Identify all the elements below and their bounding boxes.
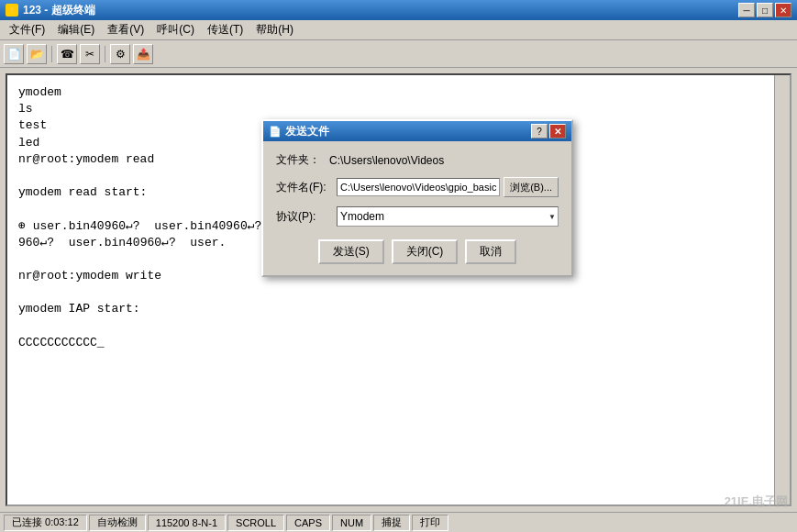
- status-capture: 捕捉: [373, 515, 410, 531]
- send-button[interactable]: 发送(S): [318, 239, 384, 264]
- folder-label: 文件夹：: [276, 152, 322, 168]
- status-detection: 自动检测: [89, 515, 146, 531]
- toolbar-sep-1: [51, 46, 52, 62]
- title-bar: ⚡ 123 - 超级终端 ─ □ ✕: [0, 0, 797, 20]
- dialog-title-bar: 📄 发送文件 ? ✕: [263, 121, 571, 141]
- dialog-action-buttons: 发送(S) 关闭(C) 取消: [276, 239, 559, 264]
- close-button[interactable]: ✕: [775, 3, 791, 17]
- status-bar: 已连接 0:03:12 自动检测 115200 8-N-1 SCROLL CAP…: [0, 512, 797, 532]
- menu-bar: 文件(F) 编辑(E) 查看(V) 呼叫(C) 传送(T) 帮助(H): [0, 20, 797, 40]
- status-print: 打印: [412, 515, 448, 531]
- toolbar: 📄 📂 ☎ ✂ ⚙ 📤: [0, 40, 797, 68]
- protocol-select[interactable]: Ymodem Xmodem Zmodem Kermit: [337, 206, 559, 227]
- dialog-title-text: 发送文件: [285, 124, 329, 139]
- maximize-button[interactable]: □: [757, 3, 773, 17]
- title-bar-left: ⚡ 123 - 超级终端: [6, 3, 95, 18]
- filename-input[interactable]: [337, 178, 500, 196]
- close-dialog-action-button[interactable]: 关闭(C): [392, 239, 459, 264]
- window-title: 123 - 超级终端: [23, 3, 95, 18]
- title-controls: ─ □ ✕: [738, 3, 791, 17]
- protocol-row: 协议(P): Ymodem Xmodem Zmodem Kermit: [276, 206, 559, 227]
- filename-row: 文件名(F): 浏览(B)...: [276, 177, 559, 197]
- dialog-controls: ? ✕: [531, 124, 566, 139]
- protocol-select-wrapper: Ymodem Xmodem Zmodem Kermit: [337, 206, 559, 227]
- toolbar-sep-2: [105, 46, 105, 62]
- status-connection: 已连接 0:03:12: [4, 515, 87, 531]
- toolbar-disconnect-btn[interactable]: ✂: [80, 44, 100, 64]
- menu-view[interactable]: 查看(V): [102, 20, 149, 39]
- browse-button[interactable]: 浏览(B)...: [504, 177, 559, 197]
- status-num: NUM: [332, 515, 371, 531]
- cancel-button[interactable]: 取消: [465, 239, 516, 264]
- status-caps: CAPS: [286, 515, 330, 531]
- watermark: 21IE.电子网: [725, 493, 788, 510]
- menu-help[interactable]: 帮助(H): [250, 20, 299, 39]
- folder-row: 文件夹： C:\Users\lenovo\Videos: [276, 152, 559, 168]
- protocol-label: 协议(P):: [276, 209, 331, 225]
- toolbar-call-btn[interactable]: ☎: [57, 44, 77, 64]
- dialog-help-button[interactable]: ?: [531, 124, 548, 139]
- dialog-icon: 📄: [269, 126, 282, 138]
- send-file-dialog[interactable]: 📄 发送文件 ? ✕ 文件夹： C:\Users\lenovo\Videos 文…: [261, 119, 573, 277]
- menu-file[interactable]: 文件(F): [4, 20, 50, 39]
- filename-label: 文件名(F):: [276, 180, 331, 195]
- menu-transfer[interactable]: 传送(T): [202, 20, 249, 39]
- toolbar-open-btn[interactable]: 📂: [27, 44, 47, 64]
- dialog-title-left: 📄 发送文件: [269, 124, 329, 139]
- toolbar-new-btn[interactable]: 📄: [4, 44, 24, 64]
- status-scroll: SCROLL: [227, 515, 284, 531]
- app-icon: ⚡: [6, 4, 18, 17]
- folder-value: C:\Users\lenovo\Videos: [329, 154, 444, 167]
- status-baud: 115200 8-N-1: [148, 515, 226, 531]
- menu-call[interactable]: 呼叫(C): [151, 20, 200, 39]
- dialog-body: 文件夹： C:\Users\lenovo\Videos 文件名(F): 浏览(B…: [263, 141, 571, 275]
- minimize-button[interactable]: ─: [738, 3, 755, 17]
- toolbar-properties-btn[interactable]: ⚙: [110, 44, 130, 64]
- menu-edit[interactable]: 编辑(E): [52, 20, 100, 39]
- toolbar-send-btn[interactable]: 📤: [133, 44, 153, 64]
- dialog-close-button[interactable]: ✕: [549, 124, 566, 139]
